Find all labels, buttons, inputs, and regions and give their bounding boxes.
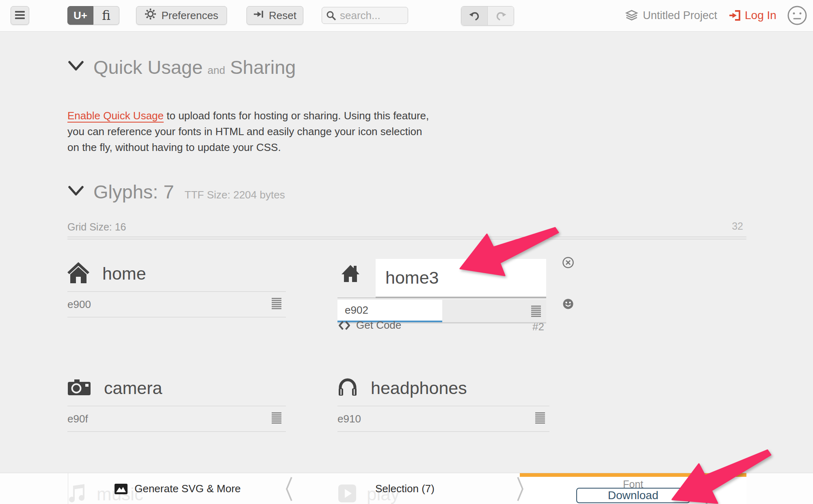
font-panel-accent-bar — [520, 473, 746, 477]
quick-usage-collapse-icon[interactable] — [68, 61, 84, 73]
reset-label: Reset — [269, 9, 296, 22]
encoding-toggle: U+ fi — [67, 6, 119, 25]
remove-glyph-icon[interactable] — [562, 256, 574, 270]
tab-unicode[interactable]: U+ — [67, 6, 93, 25]
search-icon — [326, 11, 336, 21]
glyph-tile-home[interactable]: home e900 — [67, 256, 286, 317]
preferences-button[interactable]: Preferences — [136, 6, 227, 25]
home-icon[interactable] — [67, 262, 89, 285]
glyph-tile-headphones-head: headphones — [337, 370, 549, 406]
font-settings-gear-icon[interactable] — [699, 489, 714, 504]
quick-usage-description: Enable Quick Usage to upload fonts for h… — [67, 108, 435, 155]
tab-ligatures[interactable]: fi — [93, 6, 119, 25]
quick-usage-title-and: and — [208, 64, 225, 77]
ligature-lines-icon[interactable] — [271, 297, 282, 311]
selection-tab[interactable]: Selection (7) — [295, 473, 515, 504]
redo-icon — [495, 11, 506, 22]
hamburger-icon — [15, 9, 25, 22]
download-button[interactable]: Download — [576, 488, 690, 503]
undo-button[interactable] — [461, 6, 488, 25]
enable-quick-usage-link[interactable]: Enable Quick Usage — [67, 110, 164, 122]
main-menu-button[interactable] — [11, 6, 29, 25]
emoji-icon[interactable] — [562, 298, 574, 312]
tile-rule — [337, 297, 376, 298]
history-controls — [461, 6, 514, 26]
ligature-lines-icon[interactable] — [531, 305, 541, 319]
get-code-label: Get Code — [356, 319, 401, 332]
reset-button[interactable]: Reset — [246, 6, 303, 25]
preferences-label: Preferences — [161, 9, 218, 22]
glyph-code-row: e900 — [67, 292, 286, 317]
login-label: Log In — [745, 9, 776, 22]
undo-icon — [469, 11, 480, 22]
redo-button[interactable] — [488, 6, 514, 25]
generate-svg-label: Generate SVG & More — [134, 482, 241, 495]
get-code-button[interactable]: Get Code — [338, 319, 401, 332]
code-brackets-icon — [338, 321, 350, 330]
glyphs-collapse-icon[interactable] — [68, 186, 84, 198]
project-menu[interactable]: Untitled Project — [625, 6, 717, 25]
glyph-tile-home3[interactable]: Get Code #2 — [337, 255, 575, 340]
avatar[interactable] — [787, 5, 807, 26]
login-button[interactable]: Log In — [729, 6, 776, 25]
glyph-name[interactable]: home — [102, 264, 146, 284]
layers-icon — [625, 9, 638, 22]
download-label: Download — [608, 489, 659, 502]
glyph-tile-headphones[interactable]: headphones e910 — [337, 370, 549, 432]
quick-usage-title-main: Quick Usage — [93, 56, 203, 78]
grid-size-slider[interactable] — [67, 237, 746, 239]
quick-usage-title: Quick Usage and Sharing — [93, 56, 296, 78]
glyph-tile-camera-head: camera — [67, 370, 286, 406]
glyph-name[interactable]: headphones — [371, 378, 467, 398]
login-icon — [729, 9, 741, 22]
glyph-tile-camera[interactable]: camera e90f — [67, 370, 286, 432]
icomoon-app: U+ fi Pr — [0, 0, 813, 504]
glyph-code[interactable]: e900 — [67, 298, 91, 311]
headphones-icon[interactable] — [337, 378, 358, 398]
glyphs-count: Glyphs: 7 — [93, 181, 174, 203]
ligature-lines-icon[interactable] — [535, 412, 545, 426]
neutral-face-icon — [787, 5, 807, 26]
grid-size-max: 32 — [719, 220, 743, 232]
bottom-bar: Generate SVG & More Selection (7) Font D… — [0, 473, 813, 504]
glyph-code-row: e90f — [67, 406, 286, 432]
home3-icon[interactable] — [341, 265, 360, 284]
camera-icon[interactable] — [67, 378, 91, 398]
glyph-index: #2 — [532, 321, 544, 333]
glyph-tile-home-head: home — [67, 256, 286, 292]
generate-svg-button[interactable]: Generate SVG & More — [68, 473, 287, 504]
quick-usage-title-sharing: Sharing — [230, 56, 296, 78]
glyph-code[interactable]: e90f — [67, 413, 88, 425]
search-box — [322, 7, 408, 24]
glyphs-header: Glyphs: 7 TTF Size: 2204 bytes — [93, 181, 285, 203]
chevron-left-icon[interactable] — [285, 476, 293, 503]
selection-label: Selection (7) — [375, 482, 435, 495]
image-icon — [114, 483, 128, 495]
reset-icon — [253, 9, 264, 22]
project-name: Untitled Project — [643, 9, 717, 22]
chevron-right-icon[interactable] — [517, 476, 524, 503]
ttf-size-label: TTF Size: 2204 bytes — [185, 189, 285, 201]
top-toolbar: U+ fi Pr — [0, 0, 813, 32]
glyph-code-row: e910 — [337, 406, 549, 432]
glyph-code[interactable]: e910 — [337, 413, 361, 425]
grid-size-label: Grid Size: 16 — [67, 221, 126, 233]
ligature-lines-icon[interactable] — [271, 412, 282, 426]
glyph-name[interactable]: camera — [104, 378, 162, 398]
glyph-name-input[interactable] — [376, 259, 546, 298]
gear-icon — [145, 8, 156, 23]
